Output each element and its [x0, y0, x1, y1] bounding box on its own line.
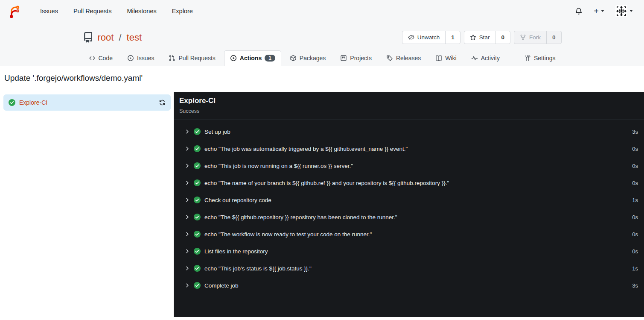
step-row-1[interactable]: echo "The job was automatically triggere…	[174, 140, 644, 157]
tab-settings[interactable]: Settings	[518, 50, 562, 66]
tab-actions[interactable]: Actions 1	[224, 50, 281, 66]
tab-label: Code	[99, 55, 113, 62]
create-new-dropdown[interactable]: +	[594, 7, 604, 15]
job-item-explore-ci[interactable]: Explore-CI	[3, 94, 171, 111]
nav-link-pull-requests[interactable]: Pull Requests	[67, 4, 118, 18]
issue-circle-dot-icon	[127, 55, 134, 62]
pull-request-icon	[169, 55, 175, 62]
star-button[interactable]: Star 0	[464, 31, 510, 44]
step-success-check-icon	[194, 162, 201, 169]
top-navbar: Issues Pull Requests Milestones Explore …	[0, 0, 644, 22]
tab-pull-requests[interactable]: Pull Requests	[163, 50, 221, 66]
tab-label: Activity	[481, 55, 500, 62]
fork-button[interactable]: Fork 0	[514, 31, 562, 44]
code-icon	[89, 55, 96, 62]
step-row-4[interactable]: Check out repository code 1s	[174, 191, 644, 208]
tab-releases[interactable]: Releases	[380, 50, 427, 66]
actions-run-view: Explore-CI Explore-CI Success Set up job…	[0, 92, 644, 317]
step-row-9[interactable]: Complete job 3s	[174, 277, 644, 294]
step-name: echo "The ${{ github.repository }} repos…	[204, 214, 397, 220]
tab-label: Releases	[396, 55, 421, 62]
chevron-right-icon	[185, 249, 190, 254]
step-row-5[interactable]: echo "The ${{ github.repository }} repos…	[174, 208, 644, 226]
forgejo-logo[interactable]	[8, 4, 20, 18]
step-duration: 1s	[632, 265, 638, 272]
pulse-icon	[471, 55, 478, 62]
tab-label: Projects	[350, 55, 372, 62]
step-duration: 0s	[632, 163, 638, 169]
avatar	[615, 5, 627, 17]
step-row-8[interactable]: echo "This job's status is ${{ job.statu…	[174, 260, 644, 277]
step-row-7[interactable]: List files in the repository 0s	[174, 243, 644, 260]
chevron-right-icon	[185, 146, 190, 151]
job-info-header: Explore-CI Success	[174, 92, 644, 120]
step-duration: 0s	[632, 180, 638, 186]
step-row-0[interactable]: Set up job 3s	[174, 123, 644, 140]
step-success-check-icon	[194, 214, 201, 220]
user-menu-dropdown[interactable]	[615, 5, 633, 17]
tab-projects[interactable]: Projects	[334, 50, 378, 66]
chevron-right-icon	[185, 232, 190, 237]
chevron-right-icon	[185, 214, 190, 220]
unwatch-button[interactable]: Unwatch 1	[402, 31, 460, 44]
identicon-avatar-image	[615, 5, 627, 17]
job-title: Explore-CI	[179, 97, 637, 105]
tab-packages[interactable]: Packages	[284, 50, 332, 66]
tab-label: Packages	[300, 55, 326, 62]
job-success-check-icon	[9, 99, 15, 106]
repo-action-buttons: Unwatch 1 Star 0	[402, 31, 562, 44]
nav-links: Issues Pull Requests Milestones Explore	[33, 4, 200, 18]
step-row-6[interactable]: echo "The workflow is now ready to test …	[174, 226, 644, 243]
workflow-run-title: Update '.forgejo/workflows/demo.yaml'	[0, 66, 644, 92]
step-row-3[interactable]: echo "The name of your branch is ${{ git…	[174, 174, 644, 191]
eye-slash-icon	[408, 34, 414, 41]
repo-name-link[interactable]: test	[127, 32, 142, 43]
tab-label: Issues	[137, 55, 154, 62]
repo-book-icon	[83, 32, 93, 43]
chevron-right-icon	[185, 266, 190, 271]
step-name: Check out repository code	[204, 197, 271, 203]
watch-count[interactable]: 1	[445, 31, 460, 44]
notifications-button[interactable]	[575, 7, 583, 15]
nav-link-issues[interactable]: Issues	[33, 4, 65, 18]
step-duration: 3s	[632, 129, 638, 135]
plus-icon: +	[594, 7, 599, 15]
job-log-panel: Explore-CI Success Set up job 3s echo "T…	[174, 92, 644, 317]
repo-icon-glyph	[83, 32, 93, 43]
rerun-job-button[interactable]	[159, 99, 166, 106]
tools-icon	[524, 55, 531, 62]
step-row-2[interactable]: echo "This job is now running on a ${{ r…	[174, 157, 644, 174]
play-circle-icon	[230, 55, 237, 62]
tab-code[interactable]: Code	[83, 50, 119, 66]
job-status-text: Success	[179, 108, 637, 114]
repo-owner-link[interactable]: root	[98, 32, 114, 43]
nav-link-explore[interactable]: Explore	[165, 4, 200, 18]
tab-wiki[interactable]: Wiki	[429, 50, 462, 66]
actions-count-badge: 1	[265, 55, 275, 62]
fork-icon	[520, 34, 526, 41]
tab-label: Actions	[240, 55, 262, 62]
step-success-check-icon	[194, 128, 201, 135]
tab-label: Settings	[534, 55, 556, 62]
fork-label: Fork	[529, 34, 541, 41]
tab-issues[interactable]: Issues	[121, 50, 160, 66]
chevron-right-icon	[185, 180, 190, 185]
unwatch-label: Unwatch	[417, 34, 440, 41]
star-count[interactable]: 0	[495, 31, 510, 44]
fork-count[interactable]: 0	[546, 31, 561, 44]
repo-header: root / test Unwatch 1	[0, 22, 644, 66]
star-label: Star	[479, 34, 490, 41]
step-duration: 0s	[632, 231, 638, 238]
refresh-icon	[159, 99, 166, 106]
bell-icon	[575, 7, 583, 15]
step-duration: 1s	[632, 197, 638, 203]
caret-down-icon	[629, 10, 633, 12]
caret-down-icon	[601, 10, 604, 12]
step-duration: 3s	[632, 282, 638, 289]
tab-label: Pull Requests	[178, 55, 215, 62]
star-icon	[470, 34, 476, 41]
nav-link-milestones[interactable]: Milestones	[120, 4, 163, 18]
step-name: echo "The job was automatically triggere…	[204, 146, 408, 152]
tab-activity[interactable]: Activity	[465, 50, 506, 66]
book-icon	[435, 55, 442, 62]
